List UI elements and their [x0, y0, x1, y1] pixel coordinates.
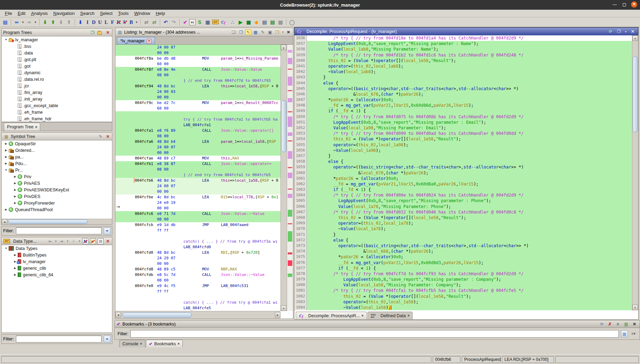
- play-icon[interactable]: ▶: [237, 18, 244, 26]
- nav-forward-dropdown-icon[interactable]: ▾: [33, 18, 37, 26]
- tree-item[interactable]: .got: [2, 63, 112, 69]
- decompile-line[interactable]: 1079 LogAppEvent(0xb,8,"save_report","Mi…: [294, 277, 632, 282]
- listing-row[interactable]: 08 00: [115, 72, 280, 78]
- menu-search[interactable]: Search: [77, 10, 97, 17]
- disassemble-down-icon[interactable]: ⬇: [77, 18, 84, 26]
- listing-row[interactable]: 24 00 07: [115, 45, 280, 50]
- listing-row[interactable]: 004fcf9448 8d bcLEAthis=>local_1e58,[RSP…: [115, 84, 280, 89]
- decompile-line[interactable]: 1080 Value(local_1a58,"Missing Parameter…: [294, 282, 632, 288]
- nav-back-icon[interactable]: ⬅: [47, 239, 53, 244]
- listing-row[interactable]: 08 00: [115, 278, 280, 283]
- listing-row[interactable]: 00 00: [115, 189, 280, 194]
- delete-red-x-icon[interactable]: ✗: [607, 322, 613, 327]
- nav-forward-icon[interactable]: ➡: [25, 18, 33, 26]
- nav-back-dropdown-icon[interactable]: ▾: [21, 18, 25, 26]
- listing-row[interactable]: 004fcfc6e8 71 7dCALLJson::Value::~Value: [115, 211, 280, 217]
- close-icon[interactable]: ✕: [105, 239, 111, 244]
- tree-item[interactable]: ▶generic_clib_64: [2, 271, 112, 278]
- close-icon[interactable]: ✕: [105, 30, 111, 35]
- edit-pencil-icon[interactable]: ✎: [97, 134, 104, 139]
- listing-row[interactable]: 004fcfe0e9 4c f5JMPLAB_004fc531: [115, 283, 280, 289]
- decompile-line[interactable]: 1047 *paVar26 = (allocator)0x0;: [294, 97, 632, 103]
- listing-row[interactable]: 24 00 07: [115, 183, 280, 189]
- decompile-line[interactable]: 1050 /* try { // try from 004fd075 to 00…: [294, 114, 632, 120]
- cf-function-icon[interactable]: [221, 20, 227, 25]
- decompile-line[interactable]: 1043 }: [294, 75, 632, 80]
- tree-item[interactable]: .gcc_except_table: [2, 102, 112, 109]
- decompile-line[interactable]: 1052 Value(local_1a98,"Missing Parameter…: [294, 125, 632, 131]
- decompile-line[interactable]: 1045 operator=((basic_string<char,std--c…: [294, 86, 632, 92]
- listing-row[interactable]: 08 00: [115, 167, 280, 172]
- decompile-line[interactable]: 1061 *paVar26 = (allocator)0x0;: [294, 176, 632, 181]
- tree-item[interactable]: ▶OpaqueStr: [2, 140, 112, 147]
- decompile-line[interactable]: 1065 LogAppEvent(0xb,8,"save_report","Mi…: [294, 198, 632, 203]
- decompile-line[interactable]: 1070 ~Value(local_1a78);: [294, 226, 632, 232]
- close-icon[interactable]: ×: [35, 125, 37, 129]
- decompile-line[interactable]: 1064 /* try { // try from 004fd00e to 00…: [294, 192, 632, 198]
- listing-row[interactable]: 004fcfb648 8d bcLEAthis=>local_1a58,[RSP…: [115, 178, 280, 183]
- decompile-line[interactable]: 1059 operator=((basic_string<char,std--c…: [294, 164, 632, 170]
- letter-D-icon[interactable]: D: [91, 18, 97, 26]
- folder-icon[interactable]: [97, 32, 102, 35]
- close-icon[interactable]: ×: [362, 314, 364, 318]
- tree-item[interactable]: ▶PrivAES: [2, 180, 112, 187]
- decompile-line[interactable]: 1072 else {: [294, 237, 632, 243]
- menu-window[interactable]: Window: [131, 10, 153, 17]
- decompile-code[interactable]: 1036 /* try { // try from 004fd18e to 00…: [294, 35, 632, 310]
- listing-row[interactable]: 004fcfd848 89 c5MOVRBP,RAX: [115, 267, 280, 272]
- letter-U-icon[interactable]: U: [97, 18, 103, 26]
- copy-icon[interactable]: ❐: [616, 29, 622, 34]
- close-icon[interactable]: ×: [407, 314, 409, 318]
- tree-item[interactable]: ▶ProxyForwarder: [2, 200, 112, 206]
- tree-item[interactable]: .eh_frame: [2, 109, 112, 115]
- listing-row[interactable]: [115, 233, 280, 239]
- decompile-line[interactable]: 1055 operator=(this_02,local_1a98);: [294, 142, 632, 148]
- tree-item[interactable]: ▶Ordered...: [2, 147, 112, 154]
- letter-K-crossed-icon[interactable]: K: [116, 18, 122, 26]
- twisty-icon[interactable]: ▶: [13, 182, 17, 185]
- tree-item[interactable]: .eh_frame_hdr: [2, 115, 112, 122]
- listing-row[interactable]: 004fcfdbe8 5c 7dCALLJson::Value::~Value: [115, 272, 280, 278]
- decompile-line[interactable]: 1069 operator=(this_02,local_1a78);: [294, 220, 632, 226]
- import-gray-icon[interactable]: ⬇: [57, 18, 65, 26]
- menu-analysis[interactable]: Analysis: [28, 10, 50, 17]
- close-icon[interactable]: ✕: [285, 30, 292, 35]
- twisty-icon[interactable]: ▼: [4, 38, 8, 41]
- tree-item[interactable]: ▶Pdu...: [2, 160, 112, 167]
- listing-row[interactable]: 004fcfae48 89 c7MOVthis,RAX: [115, 156, 280, 161]
- decompile-line[interactable]: 1082 this_02 = (Value *)operator[](local…: [294, 294, 632, 299]
- decompile-line[interactable]: 1051 LogAppEvent(0xb,8,"save_report","Mi…: [294, 120, 632, 125]
- tab-lv-manager[interactable]: *lv_manager ✕: [117, 37, 155, 44]
- decompile-line[interactable]: 1063 if (__fd < 1) {: [294, 187, 632, 192]
- twisty-icon[interactable]: ▶: [4, 162, 8, 165]
- listing-row[interactable]: LAB_004fcfd0: [115, 244, 280, 250]
- conflict-mode-icon[interactable]: ⁘: [70, 239, 77, 244]
- export-gray-icon[interactable]: ⬆: [65, 18, 73, 26]
- listing-row[interactable]: 08 00: [115, 133, 280, 139]
- filter-options-icon[interactable]: ⏷: [104, 336, 111, 343]
- listing-row[interactable]: 004fcfbe4c 8d bcLEAR15=>local_778,[RSP +…: [115, 194, 280, 200]
- listing-row[interactable]: 24 00 07: [115, 145, 280, 150]
- listing-row[interactable]: } // end try from 004fcfa1 to 004fcfb5: [115, 172, 280, 178]
- decompile-line[interactable]: 1054 this_02 = (Value *)operator[](local…: [294, 136, 632, 142]
- letter-dropdown-icon[interactable]: ▾: [135, 18, 139, 26]
- decompile-line[interactable]: 1057 }: [294, 153, 632, 159]
- twisty-icon[interactable]: ▼: [4, 168, 8, 172]
- dropdown-icon[interactable]: ▾: [66, 240, 69, 243]
- decompile-line[interactable]: 1044 else {: [294, 80, 632, 86]
- snapshot-circle-icon[interactable]: ◯: [288, 18, 296, 26]
- graph-icon[interactable]: ∴: [229, 18, 236, 26]
- listing-row[interactable]: 60 00: [115, 106, 280, 111]
- dropdown-icon[interactable]: ▾: [54, 240, 57, 243]
- list-icon[interactable]: ≡: [615, 322, 621, 327]
- decompile-line[interactable]: 1068 this_02 = (Value *)operator[](local…: [294, 215, 632, 220]
- letter-B-icon[interactable]: B: [128, 18, 134, 26]
- listing-row[interactable]: ff ff: [115, 289, 280, 294]
- twisty-icon[interactable]: ▶: [4, 149, 8, 152]
- listing-row[interactable]: ff ff: [115, 228, 280, 233]
- decompile-line[interactable]: 1071 }: [294, 232, 632, 237]
- diamond-icon[interactable]: ◆: [253, 18, 260, 26]
- tree-item[interactable]: ▶generic_clib: [2, 265, 112, 271]
- decompile-line[interactable]: 1058 else {: [294, 159, 632, 164]
- close-icon[interactable]: ✕: [630, 29, 636, 34]
